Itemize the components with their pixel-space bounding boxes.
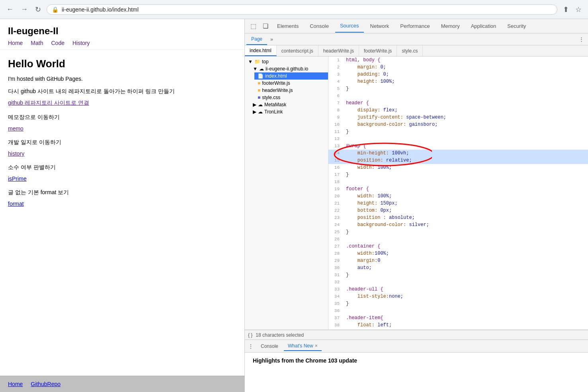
line-number: 18 <box>328 178 343 185</box>
nav-math[interactable]: Math <box>31 40 43 46</box>
link-3[interactable]: history <box>8 150 24 157</box>
file-tab-headerwrite[interactable]: headerWrite.js <box>318 45 359 56</box>
line-content <box>343 135 588 142</box>
tab-whats-new[interactable]: What's New × <box>284 341 322 351</box>
code-line-11: 11} <box>328 128 588 135</box>
devtools-device-icon[interactable]: ❏ <box>260 21 271 31</box>
nav-code[interactable]: Code <box>51 40 64 46</box>
line-number: 28 <box>328 250 343 257</box>
line-number: 2 <box>328 64 343 71</box>
devtools-topbar: ⬚ ❏ Elements Console Sources Network Per… <box>245 19 588 33</box>
forward-button[interactable]: → <box>19 4 29 15</box>
nav-home[interactable]: Home <box>8 40 23 46</box>
line-content: min-height: 100vh; <box>343 150 588 157</box>
tab-console[interactable]: Console <box>305 20 334 32</box>
line-number: 19 <box>328 185 343 193</box>
tree-tronlink[interactable]: ▶ ☁ TronLink <box>250 108 328 115</box>
devtools-panel: ⬚ ❏ Elements Console Sources Network Per… <box>245 19 588 392</box>
code-panel[interactable]: 1html, body {2 margin: 0;3 padding: 0;4 … <box>328 57 588 330</box>
back-button[interactable]: ← <box>5 4 15 15</box>
code-line-32: 32 <box>328 279 588 286</box>
link-1[interactable]: github 레파지토리 사이트로 연결 <box>8 99 89 106</box>
site-title: II-eugene-II <box>8 25 236 37</box>
url-text: ii-eugene-ii.github.io/index.html <box>62 6 552 13</box>
main-area: II-eugene-II Home Math Code History Hell… <box>0 19 588 392</box>
line-content: background-color: silver; <box>343 221 588 228</box>
code-line-9: 9 justify-content: space-between; <box>328 114 588 121</box>
line-number: 7 <box>328 99 343 107</box>
tab-memory[interactable]: Memory <box>436 20 465 32</box>
line-content: } <box>343 300 588 307</box>
code-line-15: 15 position: relative; <box>328 157 588 164</box>
tree-stylecss[interactable]: ■ style.css <box>254 94 328 101</box>
tab-security[interactable]: Security <box>502 20 531 32</box>
address-bar[interactable]: 🔒 ii-eugene-ii.github.io/index.html <box>47 4 557 15</box>
file-tab-contentscript[interactable]: contentscript.js <box>277 45 318 56</box>
site-content: Hello World I'm hosted with GitHub Pages… <box>0 50 244 376</box>
link-2[interactable]: memo <box>8 125 23 132</box>
sources-more-btn[interactable]: » <box>267 35 276 44</box>
tree-label: ii-eugene-ii.github.io <box>266 66 308 72</box>
line-number: 5 <box>328 85 343 92</box>
tree-metamask[interactable]: ▶ ☁ MetaMask <box>250 101 328 108</box>
tab-performance[interactable]: Performance <box>395 20 434 32</box>
line-content: margin:0 <box>343 257 588 264</box>
page-heading: Hello World <box>8 58 236 70</box>
arrow-down-icon: ▼ <box>248 59 253 64</box>
footer-repo[interactable]: GithubRepo <box>31 381 61 387</box>
tab-network[interactable]: Network <box>365 20 394 32</box>
line-content: padding: 0; <box>343 71 588 78</box>
line-content: } <box>343 85 588 92</box>
link-4[interactable]: isPrime <box>8 176 27 182</box>
code-line-31: 31} <box>328 271 588 279</box>
line-content <box>343 92 588 99</box>
sources-bar: Page » ⋮ <box>245 33 588 45</box>
refresh-button[interactable]: ↻ <box>33 4 43 16</box>
code-line-35: 35} <box>328 300 588 307</box>
paragraph-4: 개발 일지로 이동하기 <box>8 138 236 146</box>
line-content: } <box>343 128 588 135</box>
file-tab-stylecs[interactable]: style.cs <box>397 45 423 56</box>
file-tab-footerwrite[interactable]: footerWrite.js <box>359 45 397 56</box>
footer-home[interactable]: Home <box>8 381 23 387</box>
code-line-6: 6 <box>328 92 588 99</box>
share-button[interactable]: ⬆ <box>561 4 570 16</box>
code-line-22: 22 bottom: 0px; <box>328 207 588 214</box>
tab-console-bottom[interactable]: Console <box>257 342 282 351</box>
sources-page-tab[interactable]: Page <box>246 34 267 45</box>
code-line-25: 25} <box>328 228 588 236</box>
close-icon[interactable]: × <box>315 343 318 349</box>
line-content: width:100%; <box>343 250 588 257</box>
file-tab-indexhtml[interactable]: index.html <box>245 45 277 56</box>
tree-top[interactable]: ▼ 📁 top <box>245 58 328 65</box>
line-content <box>343 307 588 314</box>
tree-footerwrite[interactable]: ■ footerWrite.js <box>254 80 328 87</box>
nav-history[interactable]: History <box>72 40 90 46</box>
code-line-13: 13#wrap { <box>328 142 588 150</box>
bookmark-button[interactable]: ☆ <box>574 4 583 16</box>
tree-indexhtml[interactable]: 📄 index.html <box>254 72 328 80</box>
tree-github-site[interactable]: ▼ ☁ ii-eugene-ii.github.io <box>250 65 328 72</box>
tree-headerwrite[interactable]: ■ headerWrite.js <box>254 87 328 94</box>
code-line-5: 5} <box>328 85 588 92</box>
whats-new-title: Highlights from the Chrome 103 update <box>253 357 580 364</box>
tab-application[interactable]: Application <box>466 20 501 32</box>
tab-elements[interactable]: Elements <box>272 20 303 32</box>
line-number: 34 <box>328 293 343 300</box>
tree-label: headerWrite.js <box>262 88 293 93</box>
devtools-select-icon[interactable]: ⬚ <box>248 21 259 31</box>
line-content: .header-item{ <box>343 314 588 322</box>
code-line-38: 38 float: left; <box>328 322 588 329</box>
bottom-tabs: ⋮ Console What's New × <box>245 339 588 352</box>
code-line-26: 26 <box>328 236 588 243</box>
code-line-37: 37.header-item{ <box>328 314 588 322</box>
link-5[interactable]: format <box>8 201 24 207</box>
line-number: 16 <box>328 164 343 171</box>
line-content: } <box>343 271 588 279</box>
bottom-menu-btn[interactable]: ⋮ <box>246 341 255 351</box>
line-number: 11 <box>328 128 343 135</box>
code-line-18: 18 <box>328 178 588 185</box>
tab-sources[interactable]: Sources <box>335 20 364 33</box>
sources-menu-btn[interactable]: ⋮ <box>576 35 586 44</box>
code-line-10: 10 background-color: gainsboro; <box>328 121 588 128</box>
